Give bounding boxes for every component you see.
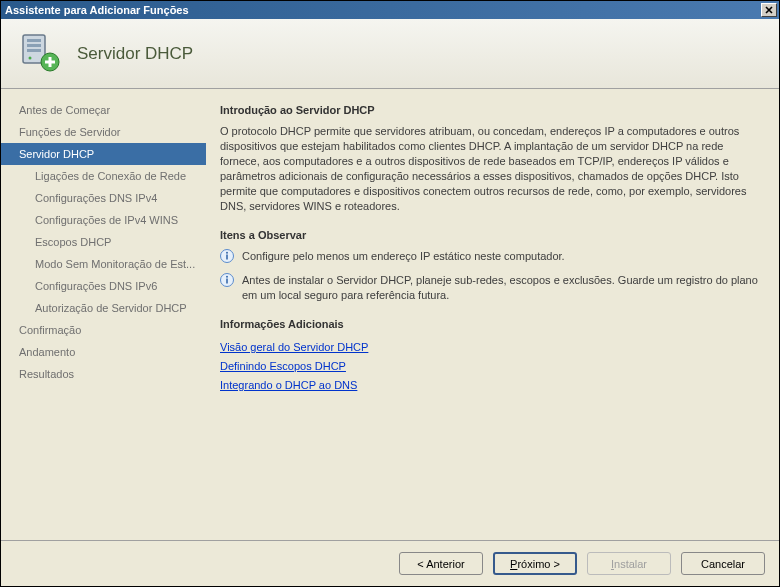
svg-rect-12 [226,279,228,284]
info-icon [220,273,234,291]
intro-text: O protocolo DHCP permite que servidores … [220,124,763,214]
info-icon [220,249,234,267]
cancel-button[interactable]: Cancelar [681,552,765,575]
button-bar: < Anterior Próximo > Instalar Cancelar [1,540,779,586]
previous-button-label: < Anterior [417,558,464,570]
observe-item-1: Antes de instalar o Servidor DHCP, plane… [220,273,763,303]
info-link-2[interactable]: Integrando o DHCP ao DNS [220,376,357,395]
titlebar: Assistente para Adicionar Funções [1,1,779,19]
next-button[interactable]: Próximo > [493,552,577,575]
nav-item-11[interactable]: Andamento [1,341,206,363]
intro-heading: Introdução ao Servidor DHCP [220,103,763,118]
additional-links: Visão geral do Servidor DHCPDefinindo Es… [220,338,763,395]
body-area: Antes de ComeçarFunções de ServidorServi… [1,89,779,540]
nav-item-1[interactable]: Funções de Servidor [1,121,206,143]
svg-point-10 [226,252,228,254]
info-link-1[interactable]: Definindo Escopos DHCP [220,357,346,376]
wizard-nav: Antes de ComeçarFunções de ServidorServi… [1,89,206,540]
cancel-button-label: Cancelar [701,558,745,570]
svg-rect-3 [27,49,41,52]
svg-point-4 [29,56,32,59]
observe-item-text: Antes de instalar o Servidor DHCP, plane… [242,273,763,303]
wizard-window: Assistente para Adicionar Funções Se [0,0,780,587]
observe-heading: Itens a Observar [220,228,763,243]
additional-info-heading: Informações Adicionais [220,317,763,332]
window-title: Assistente para Adicionar Funções [5,4,761,16]
nav-item-3[interactable]: Ligações de Conexão de Rede [1,165,206,187]
nav-item-4[interactable]: Configurações DNS IPv4 [1,187,206,209]
install-button-label: Instalar [611,558,647,570]
server-icon [19,31,63,77]
info-link-0[interactable]: Visão geral do Servidor DHCP [220,338,368,357]
next-button-label: Próximo > [510,558,560,570]
install-button: Instalar [587,552,671,575]
nav-item-9[interactable]: Autorização de Servidor DHCP [1,297,206,319]
nav-item-2[interactable]: Servidor DHCP [1,143,206,165]
close-button[interactable] [761,3,777,17]
observe-list: Configure pelo menos um endereço IP está… [220,249,763,303]
nav-item-8[interactable]: Configurações DNS IPv6 [1,275,206,297]
nav-item-7[interactable]: Modo Sem Monitoração de Est... [1,253,206,275]
observe-item-0: Configure pelo menos um endereço IP está… [220,249,763,267]
svg-rect-1 [27,39,41,42]
svg-rect-7 [45,60,55,63]
svg-point-13 [226,276,228,278]
header-area: Servidor DHCP [1,19,779,89]
previous-button[interactable]: < Anterior [399,552,483,575]
nav-item-12[interactable]: Resultados [1,363,206,385]
page-heading: Servidor DHCP [77,44,193,64]
nav-item-0[interactable]: Antes de Começar [1,99,206,121]
nav-item-10[interactable]: Confirmação [1,319,206,341]
nav-item-6[interactable]: Escopos DHCP [1,231,206,253]
close-icon [765,5,773,16]
observe-item-text: Configure pelo menos um endereço IP está… [242,249,763,264]
svg-rect-2 [27,44,41,47]
svg-rect-9 [226,255,228,260]
content-panel: Introdução ao Servidor DHCP O protocolo … [206,89,779,540]
nav-item-5[interactable]: Configurações de IPv4 WINS [1,209,206,231]
